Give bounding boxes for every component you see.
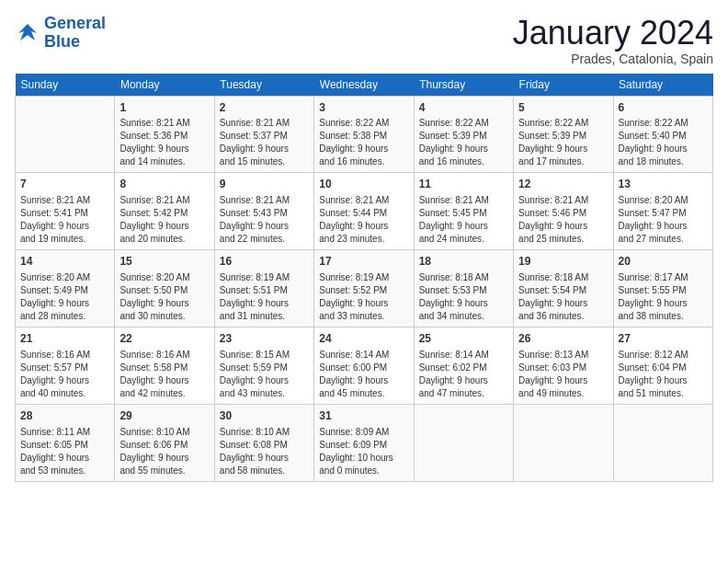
calendar-cell: 13Sunrise: 8:20 AM Sunset: 5:47 PM Dayli… [613,173,712,250]
calendar-cell: 10Sunrise: 8:21 AM Sunset: 5:44 PM Dayli… [314,173,414,250]
day-number: 5 [518,100,608,116]
day-info: Sunrise: 8:21 AM Sunset: 5:44 PM Dayligh… [319,194,408,246]
calendar-cell [514,404,613,481]
title-block: January 2024 Prades, Catalonia, Spain [513,15,713,66]
calendar-cell: 4Sunrise: 8:22 AM Sunset: 5:39 PM Daylig… [414,96,513,173]
day-header-tuesday: Tuesday [214,74,313,97]
day-number: 17 [319,254,408,270]
calendar-cell: 25Sunrise: 8:14 AM Sunset: 6:02 PM Dayli… [414,327,513,404]
calendar-cell: 11Sunrise: 8:21 AM Sunset: 5:45 PM Dayli… [414,173,513,250]
calendar-cell: 14Sunrise: 8:20 AM Sunset: 5:49 PM Dayli… [16,250,115,327]
day-info: Sunrise: 8:21 AM Sunset: 5:36 PM Dayligh… [119,117,209,168]
week-row-2: 14Sunrise: 8:20 AM Sunset: 5:49 PM Dayli… [16,250,713,327]
calendar-cell: 27Sunrise: 8:12 AM Sunset: 6:04 PM Dayli… [613,327,712,404]
day-number: 19 [518,254,608,270]
calendar-cell: 9Sunrise: 8:21 AM Sunset: 5:43 PM Daylig… [214,173,313,250]
day-header-wednesday: Wednesday [314,74,414,97]
day-info: Sunrise: 8:14 AM Sunset: 6:02 PM Dayligh… [419,349,508,400]
day-info: Sunrise: 8:21 AM Sunset: 5:45 PM Dayligh… [419,194,508,246]
calendar-cell: 7Sunrise: 8:21 AM Sunset: 5:41 PM Daylig… [16,173,115,250]
day-info: Sunrise: 8:16 AM Sunset: 5:57 PM Dayligh… [20,349,109,400]
day-number: 28 [20,408,109,424]
calendar-cell: 3Sunrise: 8:22 AM Sunset: 5:38 PM Daylig… [314,96,414,173]
day-info: Sunrise: 8:12 AM Sunset: 6:04 PM Dayligh… [619,349,708,400]
calendar-cell [414,404,513,481]
day-info: Sunrise: 8:22 AM Sunset: 5:38 PM Dayligh… [319,117,408,168]
day-info: Sunrise: 8:19 AM Sunset: 5:52 PM Dayligh… [319,271,408,323]
calendar-cell: 16Sunrise: 8:19 AM Sunset: 5:51 PM Dayli… [214,250,313,327]
day-info: Sunrise: 8:18 AM Sunset: 5:54 PM Dayligh… [518,271,608,323]
week-row-4: 28Sunrise: 8:11 AM Sunset: 6:05 PM Dayli… [16,404,713,481]
calendar-cell: 23Sunrise: 8:15 AM Sunset: 5:59 PM Dayli… [214,327,313,404]
day-number: 8 [119,177,209,192]
day-number: 22 [119,331,209,347]
day-info: Sunrise: 8:15 AM Sunset: 5:59 PM Dayligh… [220,349,309,400]
day-info: Sunrise: 8:21 AM Sunset: 5:43 PM Dayligh… [220,194,309,246]
day-number: 27 [619,331,708,347]
day-number: 10 [319,177,408,192]
calendar-cell: 20Sunrise: 8:17 AM Sunset: 5:55 PM Dayli… [613,250,712,327]
day-number: 3 [319,100,408,116]
day-number: 11 [419,177,508,192]
calendar-cell: 24Sunrise: 8:14 AM Sunset: 6:00 PM Dayli… [314,327,414,404]
day-number: 20 [619,254,708,270]
calendar-cell: 15Sunrise: 8:20 AM Sunset: 5:50 PM Dayli… [115,250,214,327]
calendar-cell: 31Sunrise: 8:09 AM Sunset: 6:09 PM Dayli… [314,404,414,481]
day-number: 4 [419,100,508,116]
day-number: 26 [518,331,608,347]
calendar-cell: 30Sunrise: 8:10 AM Sunset: 6:08 PM Dayli… [214,404,313,481]
day-number: 25 [419,331,508,347]
day-info: Sunrise: 8:09 AM Sunset: 6:09 PM Dayligh… [319,426,408,477]
day-header-friday: Friday [514,74,613,97]
day-number: 21 [20,331,109,347]
week-row-3: 21Sunrise: 8:16 AM Sunset: 5:57 PM Dayli… [16,327,713,404]
calendar-table: SundayMondayTuesdayWednesdayThursdayFrid… [15,74,713,482]
day-number: 18 [419,254,508,270]
day-info: Sunrise: 8:20 AM Sunset: 5:50 PM Dayligh… [119,271,209,323]
day-info: Sunrise: 8:21 AM Sunset: 5:42 PM Dayligh… [119,194,209,246]
calendar-cell: 21Sunrise: 8:16 AM Sunset: 5:57 PM Dayli… [16,327,115,404]
day-number: 30 [220,408,309,424]
day-number: 2 [220,100,309,116]
calendar-cell [16,96,115,173]
day-number: 13 [619,177,708,192]
day-number: 15 [119,254,209,270]
day-header-monday: Monday [115,74,214,97]
day-info: Sunrise: 8:22 AM Sunset: 5:39 PM Dayligh… [419,117,508,168]
day-info: Sunrise: 8:19 AM Sunset: 5:51 PM Dayligh… [220,271,309,323]
logo-text: General Blue [44,15,106,52]
day-info: Sunrise: 8:18 AM Sunset: 5:53 PM Dayligh… [419,271,508,323]
calendar-cell: 2Sunrise: 8:21 AM Sunset: 5:37 PM Daylig… [214,96,313,173]
day-number: 23 [220,331,309,347]
calendar-cell: 17Sunrise: 8:19 AM Sunset: 5:52 PM Dayli… [314,250,414,327]
day-number: 24 [319,331,408,347]
calendar-cell: 8Sunrise: 8:21 AM Sunset: 5:42 PM Daylig… [115,173,214,250]
calendar-cell: 5Sunrise: 8:22 AM Sunset: 5:39 PM Daylig… [514,96,613,173]
day-info: Sunrise: 8:21 AM Sunset: 5:46 PM Dayligh… [518,194,608,246]
calendar-cell: 29Sunrise: 8:10 AM Sunset: 6:06 PM Dayli… [115,404,214,481]
calendar-cell: 19Sunrise: 8:18 AM Sunset: 5:54 PM Dayli… [514,250,613,327]
week-row-1: 7Sunrise: 8:21 AM Sunset: 5:41 PM Daylig… [16,173,713,250]
week-row-0: 1Sunrise: 8:21 AM Sunset: 5:36 PM Daylig… [16,96,713,173]
day-info: Sunrise: 8:14 AM Sunset: 6:00 PM Dayligh… [319,349,408,400]
day-info: Sunrise: 8:16 AM Sunset: 5:58 PM Dayligh… [119,349,209,400]
logo: General Blue [15,15,106,52]
calendar-cell: 28Sunrise: 8:11 AM Sunset: 6:05 PM Dayli… [16,404,115,481]
day-number: 1 [119,100,209,116]
day-info: Sunrise: 8:20 AM Sunset: 5:47 PM Dayligh… [619,194,708,246]
day-number: 7 [20,177,109,192]
day-info: Sunrise: 8:22 AM Sunset: 5:40 PM Dayligh… [619,117,708,168]
calendar-body: 1Sunrise: 8:21 AM Sunset: 5:36 PM Daylig… [16,96,713,481]
calendar-cell: 18Sunrise: 8:18 AM Sunset: 5:53 PM Dayli… [414,250,513,327]
calendar-cell: 1Sunrise: 8:21 AM Sunset: 5:36 PM Daylig… [115,96,214,173]
day-info: Sunrise: 8:21 AM Sunset: 5:41 PM Dayligh… [20,194,109,246]
page-header: General Blue January 2024 Prades, Catalo… [15,15,713,66]
day-header-saturday: Saturday [613,74,712,97]
location: Prades, Catalonia, Spain [513,52,713,66]
day-header-sunday: Sunday [16,74,115,97]
day-number: 31 [319,408,408,424]
calendar-cell: 22Sunrise: 8:16 AM Sunset: 5:58 PM Dayli… [115,327,214,404]
day-info: Sunrise: 8:10 AM Sunset: 6:06 PM Dayligh… [119,426,209,477]
day-number: 14 [20,254,109,270]
day-number: 16 [220,254,309,270]
